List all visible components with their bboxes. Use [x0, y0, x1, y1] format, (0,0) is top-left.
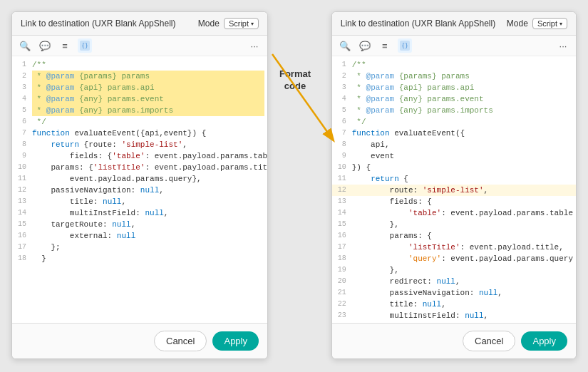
r-code-line-2: 2 * @param {params} params: [332, 71, 576, 82]
right-search-icon[interactable]: 🔍: [338, 38, 352, 53]
right-mode-value: Script: [537, 19, 557, 28]
right-panel-header: Link to destination (UXR Blank AppShell)…: [332, 12, 576, 36]
code-line-3: 3 * @param {api} params.api: [12, 82, 267, 93]
r-code-line-11: 11 return {: [332, 173, 576, 185]
right-code-area: 1 /** 2 * @param {params} params 3 * @pa…: [332, 56, 576, 323]
r-code-line-19: 19 },: [332, 264, 576, 276]
right-apply-button[interactable]: Apply: [521, 331, 567, 351]
right-code-icon[interactable]: {}: [398, 38, 412, 53]
code-line-11: 11 event.payload.params.query},: [12, 173, 267, 185]
format-code-label: Formatcode: [267, 68, 324, 93]
left-panel: Link to destination (UXR Blank AppShell)…: [11, 11, 268, 359]
right-mode-label: Mode: [507, 19, 528, 29]
r-code-line-12: 12 route: 'simple-list',: [332, 185, 576, 196]
list-icon[interactable]: ≡: [58, 38, 72, 53]
svg-text:{}: {}: [81, 43, 88, 49]
code-icon[interactable]: {}: [78, 38, 92, 53]
r-code-line-6: 6 */: [332, 116, 576, 128]
right-panel: Link to destination (UXR Blank AppShell)…: [331, 11, 577, 359]
right-panel-title: Link to destination (UXR Blank AppShell): [341, 19, 495, 29]
r-code-line-15: 15 },: [332, 219, 576, 230]
code-line-10: 10 params: {'listTitle': event.payload.p…: [12, 162, 267, 173]
chevron-down-icon: ▾: [251, 21, 254, 27]
code-line-4: 4 * @param {any} params.event: [12, 93, 267, 105]
r-code-line-21: 21 passiveNavigation: null,: [332, 287, 576, 299]
code-line-5: 5 * @param {any} params.imports: [12, 105, 267, 116]
search-icon[interactable]: 🔍: [18, 38, 32, 53]
r-code-line-23: 23 multiInstField: null,: [332, 310, 576, 321]
code-line-16: 16 external: null: [12, 230, 267, 242]
mode-select[interactable]: Script ▾: [224, 18, 259, 29]
svg-line-2: [272, 54, 333, 140]
right-comment-icon[interactable]: 💬: [358, 38, 372, 53]
code-line-9: 9 fields: {'table': event.payload.params…: [12, 150, 267, 162]
svg-text:{}: {}: [401, 43, 408, 49]
code-line-7: 7 function evaluateEvent({api,event}) {: [12, 128, 267, 139]
left-cancel-button[interactable]: Cancel: [154, 331, 207, 351]
code-line-1: 1 /**: [12, 59, 267, 71]
mode-label: Mode: [198, 19, 220, 29]
code-line-14: 14 multiInstField: null,: [12, 207, 267, 219]
r-code-line-1: 1 /**: [332, 59, 576, 71]
more-icon[interactable]: ···: [247, 38, 262, 53]
r-code-line-18: 18 'query': event.payload.params.query: [332, 253, 576, 264]
left-code-area: 1 /** 2 * @param {params} params 3 * @pa…: [12, 56, 267, 323]
left-panel-header: Link to destination (UXR Blank AppShell)…: [12, 12, 267, 36]
right-mode-select[interactable]: Script ▾: [532, 18, 567, 29]
code-line-17: 17 };: [12, 242, 267, 253]
r-code-line-14: 14 'table': event.payload.params.table: [332, 207, 576, 219]
r-code-line-8: 8 api,: [332, 139, 576, 150]
r-code-line-20: 20 redirect: null,: [332, 276, 576, 287]
code-line-15: 15 targetRoute: null,: [12, 219, 267, 230]
r-code-line-22: 22 title: null,: [332, 299, 576, 310]
code-line-8: 8 return {route: 'simple-list',: [12, 139, 267, 150]
left-apply-button[interactable]: Apply: [212, 331, 259, 351]
r-code-line-13: 13 fields: {: [332, 196, 576, 207]
left-panel-mode: Mode Script ▾: [198, 18, 259, 29]
main-container: Link to destination (UXR Blank AppShell)…: [0, 0, 588, 372]
right-list-icon[interactable]: ≡: [378, 38, 392, 53]
left-panel-title: Link to destination (UXR Blank AppShell): [21, 19, 175, 29]
r-code-line-7: 7 function evaluateEvent({: [332, 128, 576, 139]
r-code-line-16: 16 params: {: [332, 230, 576, 242]
code-line-12: 12 passiveNavigation: null,: [12, 185, 267, 196]
comment-icon[interactable]: 💬: [38, 38, 52, 53]
mode-value: Script: [229, 19, 249, 28]
code-line-13: 13 title: null,: [12, 196, 267, 207]
left-toolbar: 🔍 💬 ≡ {} ···: [12, 36, 267, 56]
right-cancel-button[interactable]: Cancel: [463, 331, 515, 351]
right-panel-footer: Cancel Apply: [332, 323, 576, 358]
r-code-line-9: 9 event: [332, 150, 576, 162]
right-chevron-down-icon: ▾: [559, 21, 562, 27]
r-code-line-4: 4 * @param {any} params.event: [332, 93, 576, 105]
code-line-2: 2 * @param {params} params: [12, 71, 267, 82]
r-code-line-3: 3 * @param {api} params.api: [332, 82, 576, 93]
right-toolbar: 🔍 💬 ≡ {} ···: [332, 36, 576, 56]
r-code-line-10: 10 }) {: [332, 162, 576, 173]
code-line-6: 6 */: [12, 116, 267, 128]
code-line-18: 18 }: [12, 253, 267, 264]
r-code-line-5: 5 * @param {any} params.imports: [332, 105, 576, 116]
right-more-icon[interactable]: ···: [556, 38, 570, 53]
right-panel-mode: Mode Script ▾: [507, 18, 567, 29]
left-panel-footer: Cancel Apply: [12, 323, 267, 358]
r-code-line-17: 17 'listTitle': event.payload.title,: [332, 242, 576, 253]
